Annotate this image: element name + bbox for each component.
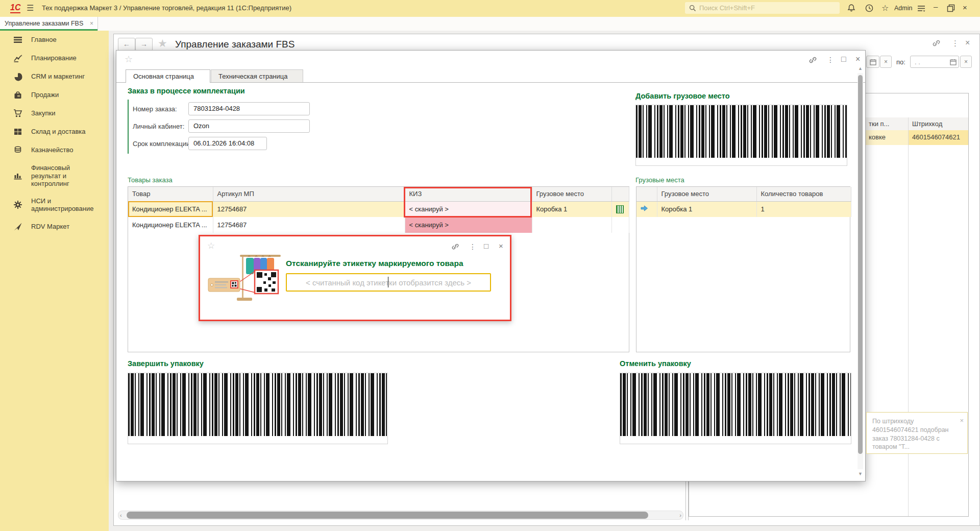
date-to-input[interactable]: . . bbox=[910, 56, 959, 68]
col-package[interactable]: Грузовое место bbox=[532, 187, 611, 201]
date-from-calendar-button[interactable] bbox=[866, 56, 879, 68]
sidebar-item-sales[interactable]: Продажи bbox=[0, 86, 109, 104]
notifications-bell-icon[interactable] bbox=[847, 4, 856, 13]
col-article[interactable]: Артикул МП bbox=[213, 187, 405, 201]
global-search[interactable]: Поиск Ctrl+Shift+F bbox=[685, 2, 840, 14]
barcode-notification-toast: По штрихкоду 4601546074621 подобран зака… bbox=[866, 412, 968, 454]
scan-dialog-close-icon[interactable]: × bbox=[499, 242, 503, 250]
scroll-down-icon[interactable]: ▼ bbox=[858, 471, 863, 476]
sidebar-item-finance[interactable]: Финансовый результат и контроллинг bbox=[0, 159, 109, 192]
form-more-icon[interactable]: ⋮ bbox=[951, 39, 959, 48]
calendar-icon[interactable] bbox=[950, 59, 957, 65]
window-close-icon[interactable]: × bbox=[963, 3, 967, 12]
search-placeholder: Поиск Ctrl+Shift+F bbox=[699, 4, 755, 12]
package-name-cell[interactable]: Коробка 1 bbox=[657, 201, 756, 217]
current-row-cell[interactable] bbox=[636, 201, 657, 217]
sidebar-item-planning[interactable]: Планирование bbox=[0, 49, 109, 67]
page-tab-close-icon[interactable]: × bbox=[90, 20, 93, 27]
scan-dialog-star-icon[interactable]: ☆ bbox=[207, 240, 215, 251]
product-barcode-cell[interactable] bbox=[611, 217, 629, 233]
product-row-1[interactable]: Кондиционер ELEKTA ... 12754687 < сканир… bbox=[128, 201, 629, 217]
product-package-cell[interactable]: Коробка 1 bbox=[532, 201, 611, 217]
barcode-table-header-col2: Штрихкод bbox=[912, 120, 942, 128]
warehouse-grid-icon bbox=[13, 127, 22, 136]
package-row-1[interactable]: Коробка 1 1 bbox=[636, 201, 851, 217]
col-product[interactable]: Товар bbox=[128, 187, 213, 201]
sections-sidebar: Главное Планирование CRM и маркетинг Про… bbox=[0, 31, 109, 531]
favorite-star-icon[interactable]: ★ bbox=[158, 37, 167, 50]
form-close-icon[interactable]: × bbox=[965, 38, 970, 47]
col-qty[interactable]: Количество товаров bbox=[756, 187, 851, 201]
scroll-up-icon[interactable]: ▲ bbox=[858, 66, 863, 71]
product-kiz-cell[interactable]: < сканируй > bbox=[405, 217, 532, 233]
dialog-scrollbar-thumb[interactable] bbox=[858, 75, 863, 454]
menu-lines-icon bbox=[13, 35, 22, 44]
sidebar-item-rdv-market[interactable]: RDV Маркет bbox=[0, 218, 109, 236]
order-number-input[interactable]: 78031284-0428 bbox=[188, 102, 310, 115]
window-minimize-icon[interactable]: – bbox=[934, 2, 938, 11]
product-row-2[interactable]: Кондиционер ELEKTA ... 12754687 < сканир… bbox=[128, 217, 629, 233]
history-icon[interactable] bbox=[865, 4, 874, 13]
product-name-cell[interactable]: Кондиционер ELEKTA ... bbox=[128, 201, 213, 217]
sidebar-item-warehouse[interactable]: Склад и доставка bbox=[0, 123, 109, 141]
nav-back-button[interactable]: ← bbox=[118, 38, 135, 51]
scan-dialog-more-icon[interactable]: ⋮ bbox=[469, 243, 476, 251]
nav-forward-button[interactable]: → bbox=[135, 38, 153, 51]
scan-dialog-maximize-icon[interactable]: □ bbox=[484, 242, 488, 250]
product-package-cell[interactable] bbox=[532, 217, 611, 233]
user-name[interactable]: Admin bbox=[894, 5, 912, 12]
product-article-cell[interactable]: 12754687 bbox=[213, 217, 405, 233]
personal-account-input[interactable]: Ozon bbox=[188, 119, 310, 133]
tab-main-page[interactable]: Основная страница bbox=[126, 69, 210, 83]
product-barcode-cell[interactable] bbox=[611, 201, 629, 217]
notification-text: По штрихкоду 4601546074621 подобран зака… bbox=[872, 417, 957, 451]
date-to-clear-button[interactable]: × bbox=[960, 56, 972, 68]
scan-dialog-link-icon[interactable] bbox=[451, 243, 459, 251]
package-qty-cell[interactable]: 1 bbox=[756, 201, 851, 217]
dialog-vertical-scrollbar[interactable] bbox=[857, 73, 863, 469]
dialog-link-icon[interactable] bbox=[808, 56, 817, 64]
product-name-cell[interactable]: Кондиционер ELEKTA ... bbox=[128, 217, 213, 233]
add-package-barcode-image bbox=[635, 105, 847, 166]
dialog-more-icon[interactable]: ⋮ bbox=[827, 56, 834, 64]
horizontal-scrollbar[interactable]: ‹ › bbox=[118, 511, 683, 520]
sidebar-item-crm[interactable]: CRM и маркетинг bbox=[0, 67, 109, 86]
col-package-name[interactable]: Грузовое место bbox=[657, 187, 756, 201]
product-article-cell[interactable]: 12754687 bbox=[213, 201, 405, 217]
sidebar-item-purchases[interactable]: Закупки bbox=[0, 104, 109, 123]
page-tab-fbs-orders[interactable]: Управление заказами FBS × bbox=[0, 17, 98, 31]
rdv-dart-icon bbox=[13, 222, 22, 231]
sidebar-item-label: Продажи bbox=[31, 91, 66, 99]
sidebar-item-treasury[interactable]: Казначейство bbox=[0, 141, 109, 159]
products-header-row: Товар Артикул МП КИЗ Грузовое место bbox=[128, 187, 629, 201]
horizontal-scrollbar-thumb[interactable] bbox=[127, 512, 648, 519]
sidebar-item-main[interactable]: Главное bbox=[0, 31, 109, 49]
scan-code-input[interactable] bbox=[286, 273, 491, 292]
scroll-right-icon[interactable]: › bbox=[679, 512, 681, 518]
dialog-favorite-star-icon[interactable]: ☆ bbox=[125, 54, 133, 65]
col-kiz[interactable]: КИЗ bbox=[405, 187, 532, 201]
pie-chart-icon bbox=[13, 72, 22, 81]
order-status-heading: Заказ в процессе комплектации bbox=[128, 87, 245, 95]
dialog-maximize-icon[interactable]: □ bbox=[841, 55, 846, 64]
sidebar-item-label: НСИ и администрирование bbox=[31, 197, 100, 213]
scroll-left-icon[interactable]: ‹ bbox=[120, 512, 122, 518]
dialog-close-icon[interactable]: × bbox=[855, 55, 860, 64]
get-link-icon[interactable] bbox=[932, 39, 941, 47]
service-menu-icon[interactable] bbox=[917, 4, 926, 13]
tab-technical-page[interactable]: Техническая страница bbox=[211, 69, 303, 83]
sidebar-item-admin[interactable]: НСИ и администрирование bbox=[0, 192, 109, 218]
notification-close-icon[interactable]: × bbox=[960, 417, 964, 424]
sidebar-item-label: CRM и маркетинг bbox=[31, 73, 92, 81]
form-title: Управление заказами FBS bbox=[175, 39, 295, 50]
product-kiz-cell[interactable]: < сканируй > bbox=[405, 201, 532, 217]
screen: 1С ☰ Тех поддержка Маркет 3 / Управление… bbox=[0, 0, 980, 531]
scan-label-dialog: ☆ ⋮ □ × bbox=[199, 235, 511, 321]
favorites-star-icon[interactable]: ☆ bbox=[881, 3, 889, 13]
date-from-clear-button[interactable]: × bbox=[880, 56, 892, 68]
title-bar: 1С ☰ Тех поддержка Маркет 3 / Управление… bbox=[0, 0, 980, 17]
window-restore-icon[interactable] bbox=[947, 4, 955, 12]
packing-deadline-input[interactable]: 06.01.2026 16:04:08 bbox=[188, 137, 267, 150]
planning-chart-icon bbox=[13, 54, 22, 63]
main-menu-icon[interactable]: ☰ bbox=[27, 3, 34, 13]
